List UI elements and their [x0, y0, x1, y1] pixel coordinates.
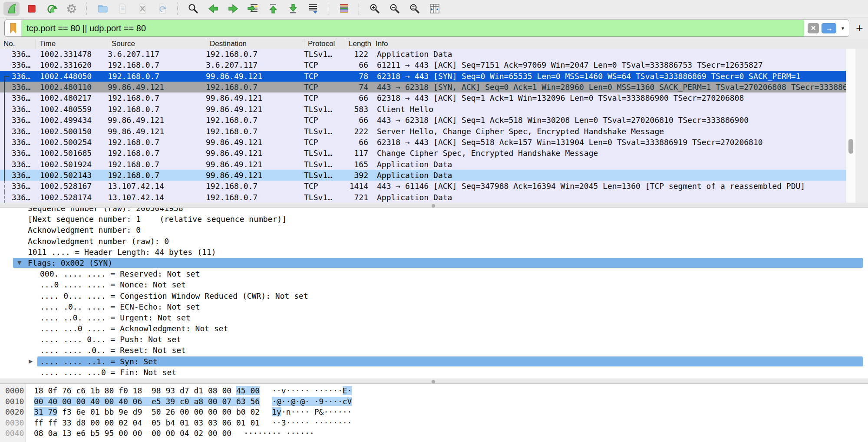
conversation-marker-icon [4, 126, 5, 137]
packet-row[interactable]: 336…1002.52816713.107.42.14192.168.0.7TC… [0, 181, 846, 191]
hex-row[interactable]: 000018 0f 76 c6 1b 80 f0 18 98 93 d7 d1 … [0, 386, 868, 396]
detail-line[interactable]: [Next sequence number: 1 (relative seque… [0, 214, 868, 224]
document-icon [116, 3, 129, 15]
cell-time: 1002.502143 [36, 170, 108, 181]
start-capture-button[interactable] [3, 2, 20, 16]
packet-row[interactable]: 336…1002.501924192.168.0.799.86.49.121TL… [0, 159, 846, 170]
cell-time: 1002.331478 [36, 49, 108, 59]
cell-protocol: TCP [304, 137, 345, 148]
filter-apply-button[interactable]: → [822, 23, 836, 33]
detail-text: 1011 .... = Header Length: 44 bytes (11) [0, 247, 868, 257]
zoom-original-button[interactable] [406, 2, 422, 16]
zoom-out-button[interactable] [386, 2, 403, 16]
detail-line[interactable]: Sequence number (raw): 2005041958 [0, 208, 868, 214]
column-header-source[interactable]: Source [108, 39, 206, 49]
cell-source: 99.86.49.121 [108, 126, 206, 137]
cell-info: 443 → 62318 [SYN, ACK] Seq=0 Ack=1 Win=2… [372, 82, 846, 92]
collapse-triangle-icon[interactable]: ▼ [17, 257, 21, 268]
packet-row[interactable]: 336…1002.50015099.86.49.121192.168.0.7TL… [0, 126, 846, 137]
column-header-info[interactable]: Info [372, 39, 868, 49]
detail-line[interactable]: 1011 .... = Header Length: 44 bytes (11) [0, 247, 868, 257]
pane-splitter-bottom[interactable] [0, 379, 868, 384]
detail-line[interactable]: .... .... .0.. = Reset: Not set [0, 345, 868, 356]
filter-add-button[interactable]: + [855, 23, 864, 34]
column-header-destination[interactable]: Destination [206, 39, 304, 49]
conversation-marker-icon [4, 82, 5, 92]
column-header-no[interactable]: No. [0, 39, 36, 49]
detail-line[interactable]: .... .... 0... = Push: Not set [0, 334, 868, 345]
column-header-length[interactable]: Length [345, 39, 372, 49]
packet-list-scrollbar-thumb[interactable] [848, 139, 853, 154]
bookmark-icon [10, 23, 16, 34]
packet-list: 336…1002.3314783.6.207.117192.168.0.7TLS… [0, 49, 846, 203]
hex-row[interactable]: 004008 0a 13 e6 b5 95 00 00 00 00 04 02 … [0, 428, 868, 439]
capture-options-button[interactable] [63, 2, 79, 16]
resize-columns-button[interactable] [426, 2, 442, 16]
packet-row[interactable]: 336…1002.502143192.168.0.799.86.49.121TL… [0, 170, 846, 181]
expand-triangle-icon[interactable]: ▶ [29, 356, 33, 367]
packet-row[interactable]: 336…1002.3314783.6.207.117192.168.0.7TLS… [0, 49, 846, 59]
detail-line[interactable]: Acknowledgment number (raw): 0 [0, 236, 868, 247]
detail-line[interactable]: .... .0.. .... = ECN-Echo: Not set [0, 301, 868, 312]
detail-line[interactable]: .... .... ...0 = Fin: Not set [0, 367, 868, 378]
hex-row[interactable]: 001000 40 00 00 40 00 40 06 e5 39 c0 a8 … [0, 396, 868, 407]
first-packet-button[interactable] [265, 2, 281, 16]
detail-line[interactable]: .... 0... .... = Congestion Window Reduc… [0, 290, 868, 301]
go-to-packet-button[interactable] [245, 2, 261, 16]
cell-protocol: TCP [304, 82, 345, 92]
detail-line[interactable]: Acknowledgment number: 0 [0, 224, 868, 235]
next-packet-button[interactable] [225, 2, 241, 16]
cell-length: 222 [345, 126, 372, 137]
cell-no: 336… [0, 82, 36, 92]
detail-line[interactable]: 000. .... .... = Reserved: Not set [0, 268, 868, 279]
zoom-in-button[interactable] [366, 2, 383, 16]
packet-row[interactable]: 336…1002.448050192.168.0.799.86.49.121TC… [0, 71, 846, 82]
filter-bookmark-button[interactable] [5, 20, 21, 36]
restart-capture-button[interactable] [43, 2, 59, 16]
hex-offset: 0020 [0, 407, 28, 418]
cell-destination: 192.168.0.7 [206, 49, 304, 59]
detail-line[interactable]: .... ..0. .... = Urgent: Not set [0, 312, 868, 323]
cell-info: Application Data [372, 159, 846, 170]
colorize-button[interactable] [336, 2, 352, 16]
filter-dropdown-caret-icon[interactable]: ▼ [841, 26, 845, 31]
packet-row[interactable]: 336…1002.480217192.168.0.799.86.49.121TC… [0, 92, 846, 103]
cell-length: 583 [345, 104, 372, 115]
packet-row[interactable]: 336…1002.52817413.107.42.14192.168.0.7TL… [0, 192, 846, 203]
cell-source: 192.168.0.7 [108, 170, 206, 181]
pane-splitter-top[interactable] [0, 203, 868, 208]
previous-packet-button[interactable] [205, 2, 221, 16]
display-filter-input[interactable]: tcp.port == 80 || udp.port == 80 [21, 20, 804, 36]
detail-line[interactable]: ...0 .... .... = Nonce: Not set [0, 279, 868, 290]
cell-source: 13.107.42.14 [108, 192, 206, 203]
cell-no: 336… [0, 137, 36, 148]
detail-line[interactable]: .... ...0 .... = Acknowledgment: Not set [0, 323, 868, 334]
detail-text: ...0 .... .... = Nonce: Not set [0, 279, 868, 290]
find-packet-button[interactable] [185, 2, 201, 16]
auto-scroll-button[interactable] [305, 2, 321, 16]
detail-text: [Next sequence number: 1 (relative seque… [0, 214, 868, 224]
packet-row[interactable]: 336…1002.48011099.86.49.121192.168.0.7TC… [0, 82, 846, 92]
cell-time: 1002.501924 [36, 159, 108, 170]
packet-row[interactable]: 336…1002.49943499.86.49.121192.168.0.7TC… [0, 115, 846, 125]
toolbar-separator [328, 3, 329, 15]
open-file-button[interactable] [94, 2, 110, 16]
column-header-time[interactable]: Time [36, 39, 108, 49]
packet-row[interactable]: 336…1002.331620192.168.0.73.6.207.117TCP… [0, 59, 846, 70]
filter-clear-button[interactable]: ✕ [808, 23, 819, 33]
packet-list-header: No.TimeSourceDestinationProtocolLengthIn… [0, 39, 868, 49]
magnifier-minus-icon [389, 3, 401, 15]
last-packet-button[interactable] [285, 2, 301, 16]
packet-row[interactable]: 336…1002.501685192.168.0.799.86.49.121TL… [0, 148, 846, 158]
stop-capture-button[interactable] [23, 2, 40, 16]
packet-row[interactable]: 336…1002.500254192.168.0.799.86.49.121TC… [0, 137, 846, 148]
toolbar-separator [86, 3, 87, 15]
detail-line[interactable]: ▼Flags: 0x002 (SYN) [0, 257, 868, 268]
display-filter-field[interactable]: tcp.port == 80 || udp.port == 80 ✕ → ▼ [4, 20, 849, 37]
packet-row[interactable]: 336…1002.480559192.168.0.799.86.49.121TL… [0, 104, 846, 115]
column-header-protocol[interactable]: Protocol [304, 39, 345, 49]
detail-line[interactable]: ▶.... .... ..1. = Syn: Set [0, 356, 868, 367]
hex-row[interactable]: 002031 79 f3 6e 01 bb 9e d9 50 26 00 00 … [0, 407, 868, 418]
hex-row[interactable]: 0030ff ff 33 d8 00 00 02 04 05 b4 01 03 … [0, 418, 868, 429]
hex-ascii: 1y·n···· P&······ [272, 407, 352, 416]
